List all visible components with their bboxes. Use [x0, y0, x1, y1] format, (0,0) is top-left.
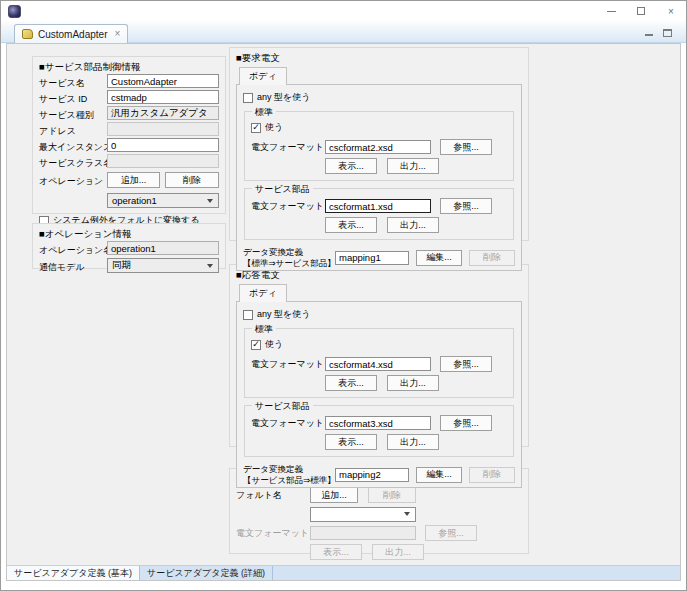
fault-delete-button: 削除 — [368, 487, 416, 503]
section-title: ■要求電文 — [236, 51, 522, 64]
request-standard-use-checkbox[interactable]: ✓ — [251, 123, 261, 133]
fault-name-label: フォルト名 — [236, 489, 310, 502]
request-standard-show-button[interactable]: 表示... — [325, 158, 377, 174]
request-standard-action-row: 表示... 出力... — [325, 158, 507, 174]
chevron-down-icon — [207, 264, 213, 268]
response-mapping-row: データ変換定義 【サービス部品⇒標準】 編集... 削除 — [243, 464, 515, 485]
service-class-label: サービスクラス名 — [39, 157, 112, 170]
view-maximize-icon[interactable] — [663, 29, 672, 37]
response-any-checkbox[interactable] — [243, 310, 253, 320]
request-mapping-delete-button: 削除 — [469, 250, 515, 266]
field-row-service-name: サービス名 — [39, 74, 219, 89]
close-icon: × — [668, 6, 674, 17]
response-standard-use-checkbox[interactable]: ✓ — [251, 340, 261, 350]
operation-select[interactable]: operation1 — [107, 193, 219, 208]
response-standard-use-row: ✓ 使う — [251, 338, 507, 351]
response-any-label: any 型を使う — [257, 308, 310, 321]
format-label: 電文フォーマット — [251, 141, 325, 154]
tab-close-icon[interactable]: × — [114, 29, 120, 39]
view-minimize-icon[interactable] — [645, 34, 653, 36]
close-button[interactable]: × — [656, 1, 686, 21]
section-operation-info: ■オペレーション情報 オペレーション名 通信モデル 同期 — [32, 223, 226, 269]
response-body-tab[interactable]: ボディ — [239, 284, 287, 302]
group-title: 標準 — [252, 106, 276, 119]
app-icon — [8, 5, 21, 18]
maximize-button[interactable] — [626, 1, 656, 21]
request-body-panel: any 型を使う 標準 ✓ 使う 電文フォーマット 参照... — [236, 84, 522, 271]
editor-tab-customadapter[interactable]: CustomAdapter × — [14, 24, 128, 43]
service-name-input[interactable] — [107, 74, 219, 88]
fault-name-row: フォルト名 追加... 削除 — [236, 487, 522, 503]
request-any-label: any 型を使う — [257, 91, 310, 104]
response-mapping-edit-button[interactable]: 編集... — [416, 467, 462, 483]
field-row-service-type: サービス種別 — [39, 106, 219, 121]
response-standard-group: 標準 ✓ 使う 電文フォーマット 参照... 表示... 出力... — [244, 328, 514, 398]
group-title: サービス部品 — [252, 400, 313, 413]
response-service-browse-button[interactable]: 参照... — [440, 415, 492, 431]
service-type-input — [107, 106, 219, 120]
fault-select-row — [236, 506, 522, 522]
service-id-input[interactable] — [107, 90, 219, 104]
mapping-label-line2: 【標準⇒サービス部品】 — [243, 258, 336, 268]
view-controls — [645, 29, 672, 37]
response-standard-format-row: 電文フォーマット 参照... — [251, 356, 507, 372]
operation-name-input[interactable] — [107, 241, 219, 255]
operation-delete-button[interactable]: 削除 — [165, 172, 219, 188]
field-row-comm-model: 通信モデル 同期 — [39, 258, 219, 274]
operation-label: オペレーション — [39, 175, 103, 188]
response-service-group: サービス部品 電文フォーマット 参照... 表示... 出力... — [244, 405, 514, 457]
bottom-tab-strip: サービスアダプタ定義 (基本) サービスアダプタ定義 (詳細) — [7, 565, 680, 580]
max-instances-input[interactable] — [107, 138, 219, 152]
response-standard-format-input[interactable] — [325, 357, 431, 371]
request-mapping-input[interactable] — [335, 251, 409, 265]
editor-tab-strip: CustomAdapter × — [1, 21, 686, 43]
editor-content: ■サービス部品制御情報 サービス名 サービス ID サービス種別 アドレス — [7, 44, 680, 565]
request-service-browse-button[interactable]: 参照... — [440, 198, 492, 214]
fault-add-button[interactable]: 追加... — [310, 487, 358, 503]
fault-name-select[interactable] — [310, 507, 416, 522]
field-row-operation-name: オペレーション名 — [39, 241, 219, 256]
request-standard-browse-button[interactable]: 参照... — [440, 139, 492, 155]
request-standard-format-input[interactable] — [325, 140, 431, 154]
service-name-label: サービス名 — [39, 77, 85, 90]
minimize-button[interactable] — [596, 1, 626, 21]
response-mapping-input[interactable] — [335, 468, 409, 482]
section-title: ■オペレーション情報 — [39, 227, 219, 240]
maximize-icon — [637, 7, 645, 15]
request-any-checkbox[interactable] — [243, 93, 253, 103]
response-standard-show-button[interactable]: 表示... — [325, 375, 377, 391]
service-id-label: サービス ID — [39, 93, 87, 106]
fault-show-button: 表示... — [310, 544, 362, 560]
response-service-action-row: 表示... 出力... — [325, 434, 507, 450]
adapter-icon — [22, 29, 33, 39]
request-service-output-button[interactable]: 出力... — [387, 217, 439, 233]
request-service-show-button[interactable]: 表示... — [325, 217, 377, 233]
field-row-service-id: サービス ID — [39, 90, 219, 105]
request-mapping-label: データ変換定義 【標準⇒サービス部品】 — [243, 247, 335, 268]
response-service-show-button[interactable]: 表示... — [325, 434, 377, 450]
mapping-label-line1: データ変換定義 — [243, 464, 303, 474]
response-service-format-input[interactable] — [325, 416, 431, 430]
service-type-label: サービス種別 — [39, 109, 94, 122]
response-standard-browse-button[interactable]: 参照... — [440, 356, 492, 372]
section-request-message: ■要求電文 ボディ any 型を使う 標準 ✓ 使う 電文フォー — [229, 47, 529, 241]
request-body-tab[interactable]: ボディ — [239, 67, 287, 85]
group-title: 標準 — [252, 323, 276, 336]
comm-model-select[interactable]: 同期 — [107, 258, 219, 273]
tab-adapter-definition-detail[interactable]: サービスアダプタ定義 (詳細) — [140, 566, 273, 580]
address-label: アドレス — [39, 125, 76, 138]
request-mapping-edit-button[interactable]: 編集... — [416, 250, 462, 266]
operation-add-button[interactable]: 追加... — [107, 172, 160, 188]
request-service-group: サービス部品 電文フォーマット 参照... 表示... 出力... — [244, 188, 514, 240]
request-standard-format-row: 電文フォーマット 参照... — [251, 139, 507, 155]
response-service-output-button[interactable]: 出力... — [387, 434, 439, 450]
request-standard-use-label: 使う — [265, 121, 283, 134]
response-standard-output-button[interactable]: 出力... — [387, 375, 439, 391]
request-standard-output-button[interactable]: 出力... — [387, 158, 439, 174]
request-service-format-input[interactable] — [325, 199, 431, 213]
chevron-down-icon — [207, 199, 213, 203]
tab-adapter-definition-basic[interactable]: サービスアダプタ定義 (基本) — [7, 566, 140, 580]
field-row-service-class: サービスクラス名 — [39, 154, 219, 169]
request-standard-use-row: ✓ 使う — [251, 121, 507, 134]
field-row-address: アドレス — [39, 122, 219, 137]
